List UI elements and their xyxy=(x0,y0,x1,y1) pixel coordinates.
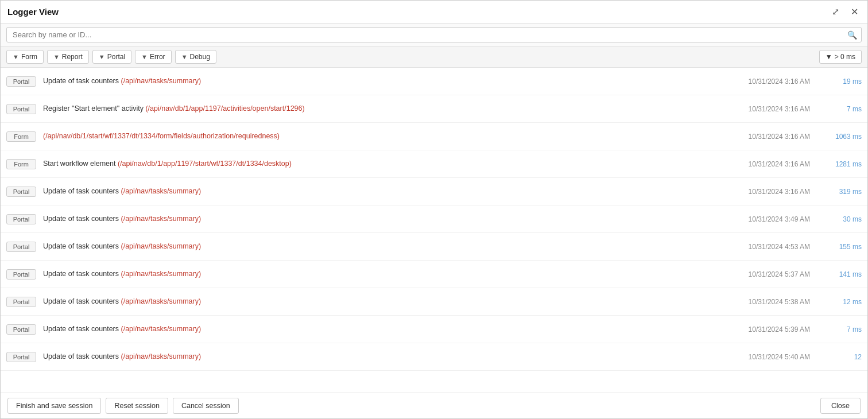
log-timestamp: 10/31/2024 3:16 AM xyxy=(730,160,822,168)
cancel-session-button[interactable]: Cancel session xyxy=(173,398,239,414)
log-duration: 19 ms xyxy=(822,77,862,86)
log-tag: Portal xyxy=(6,104,36,114)
table-row[interactable]: Portal Update of task counters (/api/nav… xyxy=(1,233,867,261)
log-message: Register "Start element" activity (/api/… xyxy=(43,104,730,114)
funnel-icon: ▼ xyxy=(53,53,60,60)
filter-buttons-right: ▼ > 0 ms xyxy=(819,50,862,64)
log-timestamp: 10/31/2024 3:16 AM xyxy=(730,133,822,141)
table-row[interactable]: Portal Register "Start element" activity… xyxy=(1,95,867,123)
logger-window: Logger View ⤢ ✕ 🔍 ▼ Form ▼ Report ▼ Port… xyxy=(0,0,868,419)
log-tag: Portal xyxy=(6,269,36,280)
log-duration: 12 ms xyxy=(822,298,862,306)
log-message: Update of task counters (/api/nav/tasks/… xyxy=(43,297,730,307)
search-input[interactable] xyxy=(6,27,862,42)
log-timestamp: 10/31/2024 3:16 AM xyxy=(730,188,822,196)
log-message: Start workflow element (/api/nav/db/1/ap… xyxy=(43,159,730,169)
log-duration: 12 xyxy=(822,353,862,361)
log-tag: Form xyxy=(6,159,36,169)
log-message: Update of task counters (/api/nav/tasks/… xyxy=(43,324,730,335)
log-duration: 319 ms xyxy=(822,188,862,196)
search-icon: 🔍 xyxy=(847,30,857,40)
log-tag: Portal xyxy=(6,352,36,362)
reset-session-button[interactable]: Reset session xyxy=(106,398,168,414)
table-row[interactable]: Portal Update of task counters (/api/nav… xyxy=(1,68,867,95)
close-button[interactable]: Close xyxy=(820,398,861,414)
finish-save-button[interactable]: Finish and save session xyxy=(7,398,101,414)
funnel-icon: ▼ xyxy=(13,53,19,60)
funnel-icon: ▼ xyxy=(141,53,148,60)
log-tag: Portal xyxy=(6,242,36,252)
funnel-icon: ▼ xyxy=(181,53,188,60)
log-message: Update of task counters (/api/nav/tasks/… xyxy=(43,214,730,224)
filter-report-button[interactable]: ▼ Report xyxy=(47,50,89,64)
table-row[interactable]: Portal Update of task counters (/api/nav… xyxy=(1,343,867,371)
log-tag: Portal xyxy=(6,76,36,87)
filter-form-button[interactable]: ▼ Form xyxy=(6,50,44,64)
log-message: Update of task counters (/api/nav/tasks/… xyxy=(43,242,730,252)
window-title: Logger View xyxy=(7,7,59,17)
log-duration: 1281 ms xyxy=(822,160,862,168)
table-row[interactable]: Portal Update of task counters (/api/nav… xyxy=(1,178,867,205)
bottom-bar: Finish and save session Reset session Ca… xyxy=(1,393,867,418)
table-row[interactable]: Form (/api/nav/db/1/start/wf/1337/dt/133… xyxy=(1,123,867,150)
log-duration: 141 ms xyxy=(822,270,862,278)
table-row[interactable]: Portal Update of task counters (/api/nav… xyxy=(1,205,867,233)
log-list: Portal Update of task counters (/api/nav… xyxy=(1,68,867,393)
log-message: Update of task counters (/api/nav/tasks/… xyxy=(43,187,730,197)
log-tag: Form xyxy=(6,131,36,142)
log-timestamp: 10/31/2024 3:16 AM xyxy=(730,77,822,86)
log-timestamp: 10/31/2024 4:53 AM xyxy=(730,243,822,251)
table-row[interactable]: Portal Update of task counters (/api/nav… xyxy=(1,288,867,316)
filter-ms-button[interactable]: ▼ > 0 ms xyxy=(819,50,862,64)
log-message: Update of task counters (/api/nav/tasks/… xyxy=(43,269,730,280)
log-tag: Portal xyxy=(6,214,36,224)
log-duration: 1063 ms xyxy=(822,133,862,141)
title-bar: Logger View ⤢ ✕ xyxy=(1,1,867,24)
log-message: Update of task counters (/api/nav/tasks/… xyxy=(43,76,730,87)
log-duration: 7 ms xyxy=(822,105,862,113)
log-timestamp: 10/31/2024 5:40 AM xyxy=(730,353,822,361)
log-duration: 7 ms xyxy=(822,325,862,333)
funnel-icon: ▼ xyxy=(826,53,832,61)
log-tag: Portal xyxy=(6,297,36,307)
log-timestamp: 10/31/2024 3:49 AM xyxy=(730,215,822,223)
filter-error-button[interactable]: ▼ Error xyxy=(135,50,172,64)
log-message: Update of task counters (/api/nav/tasks/… xyxy=(43,352,730,362)
filter-buttons-left: ▼ Form ▼ Report ▼ Portal ▼ Error ▼ Debug xyxy=(6,50,216,64)
funnel-icon: ▼ xyxy=(99,53,105,60)
search-bar: 🔍 xyxy=(1,24,867,46)
expand-button[interactable]: ⤢ xyxy=(830,5,842,18)
log-timestamp: 10/31/2024 5:38 AM xyxy=(730,298,822,306)
bottom-left-buttons: Finish and save session Reset session Ca… xyxy=(7,398,239,414)
log-message: (/api/nav/db/1/start/wf/1337/dt/1334/for… xyxy=(43,131,730,142)
filter-bar: ▼ Form ▼ Report ▼ Portal ▼ Error ▼ Debug xyxy=(1,46,867,68)
table-row[interactable]: Form Start workflow element (/api/nav/db… xyxy=(1,150,867,178)
log-tag: Portal xyxy=(6,187,36,197)
log-timestamp: 10/31/2024 5:37 AM xyxy=(730,270,822,278)
filter-portal-button[interactable]: ▼ Portal xyxy=(92,50,131,64)
log-duration: 30 ms xyxy=(822,215,862,223)
table-row[interactable]: Portal Update of task counters (/api/nav… xyxy=(1,261,867,288)
close-window-button[interactable]: ✕ xyxy=(848,5,861,18)
log-duration: 155 ms xyxy=(822,243,862,251)
log-timestamp: 10/31/2024 3:16 AM xyxy=(730,105,822,113)
log-tag: Portal xyxy=(6,324,36,335)
table-row[interactable]: Portal Update of task counters (/api/nav… xyxy=(1,316,867,343)
filter-debug-button[interactable]: ▼ Debug xyxy=(175,50,216,64)
log-timestamp: 10/31/2024 5:39 AM xyxy=(730,325,822,333)
